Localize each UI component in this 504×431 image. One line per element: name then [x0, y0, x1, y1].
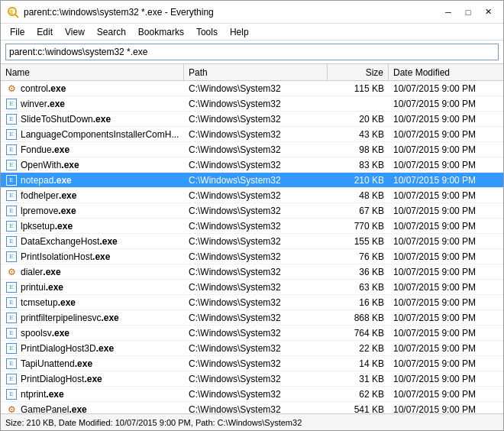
file-icon: E — [5, 128, 18, 141]
table-row[interactable]: ELanguageComponentsInstallerComH...C:\Wi… — [1, 127, 503, 142]
menu-item-help[interactable]: Help — [224, 25, 255, 39]
svg-line-1 — [15, 15, 18, 18]
cell-path: C:\Windows\System32 — [184, 112, 328, 126]
table-row[interactable]: EDataExchangeHost.exeC:\Windows\System32… — [1, 234, 503, 249]
table-row[interactable]: Etcmsetup.exeC:\Windows\System3216 KB10/… — [1, 295, 503, 310]
file-icon: E — [5, 205, 18, 217]
cell-name: ETapiUnattend.exe — [1, 356, 184, 371]
table-row[interactable]: ⚙GamePanel.exeC:\Windows\System32541 KB1… — [1, 402, 503, 413]
cell-path: C:\Windows\System32 — [184, 157, 328, 172]
cell-date: 10/07/2015 9:00 PM — [389, 280, 503, 294]
cell-name: ⚙control.exe — [1, 81, 184, 96]
cell-date: 10/07/2015 9:00 PM — [389, 341, 503, 355]
file-icon: E — [5, 373, 18, 385]
table-row[interactable]: Entprint.exeC:\Windows\System3262 KB10/0… — [1, 387, 503, 402]
table-row[interactable]: Enotepad.exeC:\Windows\System32210 KB10/… — [1, 173, 503, 188]
cell-date: 10/07/2015 9:00 PM — [389, 203, 503, 218]
cell-date: 10/07/2015 9:00 PM — [389, 371, 503, 386]
file-name: OpenWith.exe — [21, 160, 79, 170]
table-row[interactable]: EOpenWith.exeC:\Windows\System3283 KB10/… — [1, 157, 503, 173]
status-text: Size: 210 KB, Date Modified: 10/07/2015 … — [5, 418, 302, 427]
table-row[interactable]: ⚙control.exeC:\Windows\System32115 KB10/… — [1, 81, 503, 96]
table-row[interactable]: EPrintIsolationHost.exeC:\Windows\System… — [1, 249, 503, 264]
cell-date: 10/07/2015 9:00 PM — [389, 157, 503, 172]
cell-name: Eprintui.exe — [1, 280, 184, 294]
cell-size: 62 KB — [328, 387, 389, 401]
cell-name: Efodhelper.exe — [1, 188, 184, 203]
file-icon: E — [5, 174, 18, 186]
file-name: PrintDialogHost.exe — [21, 374, 102, 384]
cell-date: 10/07/2015 9:00 PM — [389, 127, 503, 141]
cell-name: Ewinver.exe — [1, 96, 184, 111]
cell-name: ⚙GamePanel.exe — [1, 402, 184, 413]
table-header: Name Path Size Date Modified — [1, 64, 503, 81]
table-row[interactable]: ETapiUnattend.exeC:\Windows\System3214 K… — [1, 356, 503, 371]
cell-name: Espoolsv.exe — [1, 326, 184, 340]
cell-date: 10/07/2015 9:00 PM — [389, 326, 503, 340]
menu-item-tools[interactable]: Tools — [190, 25, 224, 39]
table-row[interactable]: Espoolsv.exeC:\Windows\System32764 KB10/… — [1, 326, 503, 341]
cell-path: C:\Windows\System32 — [184, 188, 328, 203]
col-header-name[interactable]: Name — [1, 64, 184, 80]
file-name: fodhelper.exe — [21, 190, 76, 201]
cell-name: EOpenWith.exe — [1, 157, 184, 172]
menu-item-bookmarks[interactable]: Bookmarks — [132, 25, 190, 39]
cell-name: Elpksetup.exe — [1, 219, 184, 233]
file-name: control.exe — [21, 83, 66, 94]
search-input[interactable] — [5, 44, 499, 60]
cell-name: Enotepad.exe — [1, 173, 184, 187]
table-row[interactable]: Ewinver.exeC:\Windows\System3210/07/2015… — [1, 96, 503, 112]
cell-name: EPrintDialogHost3D.exe — [1, 341, 184, 355]
cell-size: 115 KB — [328, 81, 389, 96]
file-icon: E — [5, 251, 18, 263]
table-row[interactable]: Efodhelper.exeC:\Windows\System3248 KB10… — [1, 188, 503, 203]
table-row[interactable]: Eprintfilterpipelinesvc.exeC:\Windows\Sy… — [1, 310, 503, 326]
cell-size: 83 KB — [328, 157, 389, 172]
col-header-date[interactable]: Date Modified — [389, 64, 503, 80]
cell-date: 10/07/2015 9:00 PM — [389, 173, 503, 187]
close-button[interactable]: ✕ — [479, 5, 497, 20]
cell-date: 10/07/2015 9:00 PM — [389, 264, 503, 279]
cell-date: 10/07/2015 9:00 PM — [389, 219, 503, 233]
app-icon: E — [7, 6, 19, 18]
cell-size: 20 KB — [328, 112, 389, 126]
file-name: GamePanel.exe — [21, 404, 87, 414]
col-header-size[interactable]: Size — [328, 64, 389, 80]
cell-path: C:\Windows\System32 — [184, 264, 328, 279]
table-row[interactable]: Elpremove.exeC:\Windows\System3267 KB10/… — [1, 203, 503, 219]
minimize-button[interactable]: ─ — [439, 5, 457, 20]
maximize-button[interactable]: □ — [459, 5, 477, 20]
menu-item-edit[interactable]: Edit — [31, 25, 59, 39]
table-row[interactable]: ESlideToShutDown.exeC:\Windows\System322… — [1, 112, 503, 127]
table-row[interactable]: Elpksetup.exeC:\Windows\System32770 KB10… — [1, 219, 503, 234]
menu-item-view[interactable]: View — [59, 25, 91, 39]
file-name: SlideToShutDown.exe — [21, 114, 111, 125]
file-icon: ⚙ — [5, 266, 18, 278]
file-name: dialer.exe — [21, 267, 61, 277]
table-row[interactable]: ⚙dialer.exeC:\Windows\System3236 KB10/07… — [1, 264, 503, 280]
file-icon: E — [5, 327, 18, 339]
table-row[interactable]: EPrintDialogHost3D.exeC:\Windows\System3… — [1, 341, 503, 356]
cell-path: C:\Windows\System32 — [184, 96, 328, 111]
table-row[interactable]: EPrintDialogHost.exeC:\Windows\System323… — [1, 371, 503, 387]
table-body[interactable]: ⚙control.exeC:\Windows\System32115 KB10/… — [1, 81, 503, 413]
menu-item-file[interactable]: File — [4, 25, 31, 39]
table-row[interactable]: EFondue.exeC:\Windows\System3298 KB10/07… — [1, 142, 503, 157]
cell-date: 10/07/2015 9:00 PM — [389, 249, 503, 264]
search-bar — [1, 41, 503, 64]
cell-path: C:\Windows\System32 — [184, 387, 328, 401]
cell-path: C:\Windows\System32 — [184, 326, 328, 340]
file-icon: E — [5, 159, 18, 171]
file-icon: E — [5, 235, 18, 248]
cell-path: C:\Windows\System32 — [184, 234, 328, 248]
cell-path: C:\Windows\System32 — [184, 219, 328, 233]
col-header-path[interactable]: Path — [184, 64, 328, 80]
cell-size: 76 KB — [328, 249, 389, 264]
cell-date: 10/07/2015 9:00 PM — [389, 387, 503, 401]
file-name: PrintDialogHost3D.exe — [21, 343, 114, 354]
table-row[interactable]: Eprintui.exeC:\Windows\System3263 KB10/0… — [1, 280, 503, 295]
cell-size: 67 KB — [328, 203, 389, 218]
file-icon: ⚙ — [5, 403, 18, 414]
menu-item-search[interactable]: Search — [91, 25, 132, 39]
file-name: printfilterpipelinesvc.exe — [21, 313, 119, 323]
